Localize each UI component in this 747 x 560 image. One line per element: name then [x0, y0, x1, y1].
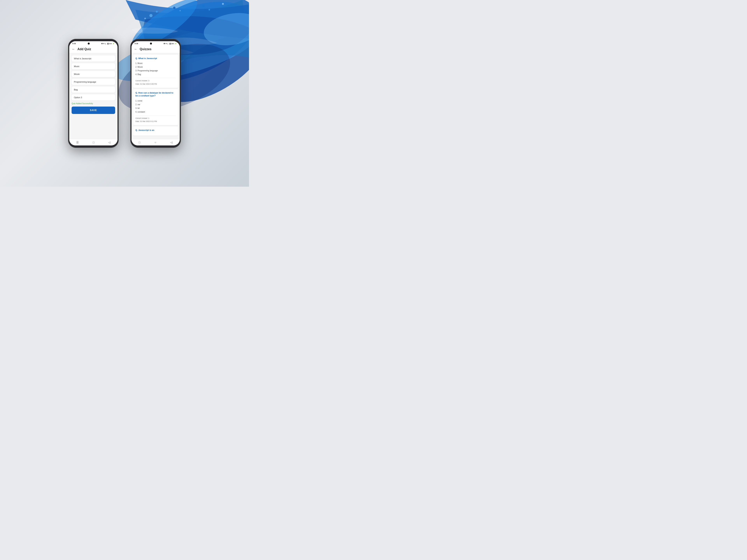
- quiz-date-2: Date: 31 Mar 2022 9:11 PM: [135, 120, 176, 123]
- menu-icon[interactable]: ☰: [76, 141, 79, 144]
- svg-point-8: [144, 18, 146, 19]
- quiz-divider-1: [135, 78, 176, 78]
- back-button-right[interactable]: ←: [134, 48, 137, 51]
- square-icon[interactable]: □: [139, 141, 140, 144]
- add-quiz-form: What is Javascript Music Movie Programmi…: [69, 53, 118, 139]
- quiz-option-2-2: 2. var: [135, 103, 176, 106]
- back-button-left[interactable]: ←: [72, 48, 75, 51]
- back-icon[interactable]: ◁: [108, 141, 110, 144]
- success-message: Quiz Added Successfully: [72, 102, 115, 105]
- camera-cutout-left: [88, 43, 90, 45]
- quiz-meta-1: Correct Answer: 3 Date: 31 Mar 2022 9:35…: [135, 79, 176, 85]
- option3-input[interactable]: Programming language: [72, 79, 115, 85]
- phone-right-screen: 9:38 ▣ ◈ ▲ ▐▐ 80% 🔋 ← Quizzes: [131, 41, 180, 145]
- quiz-question-3: Q. Javascript is an: [135, 129, 176, 132]
- quiz-date-1: Date: 31 Mar 2022 9:35 PM: [135, 82, 176, 85]
- quiz-option-2-3: 3. let: [135, 106, 176, 110]
- status-bar-left: 9:35 ▣ ◈ ▲ ▐▐ 61% 🔋: [69, 41, 118, 46]
- quiz-options-1: 1. Music 2. Movie 3. Programming languag…: [135, 61, 176, 76]
- quiz-options-2: 1. const 2. var 3. let 4. constant: [135, 99, 176, 114]
- option5-input[interactable]: Option 3: [72, 94, 115, 101]
- quiz-card-2: Q. How can a datatype be declared to be …: [133, 89, 178, 125]
- quiz-question-1: Q. What is Javascript: [135, 57, 176, 60]
- status-icons-right: ▣ ◈ ▲ ▐▐ 80% 🔋: [163, 43, 177, 44]
- phones-container: 9:35 ▣ ◈ ▲ ▐▐ 61% 🔋 ← Add Quiz What is J…: [68, 39, 181, 148]
- nav-bar-left: ☰ □ ◁: [69, 139, 118, 145]
- quiz-list: Q. What is Javascript 1. Music 2. Movie …: [131, 53, 180, 139]
- save-button[interactable]: SAVE: [72, 107, 115, 114]
- nav-bar-right: □ ○ ◁: [131, 139, 180, 145]
- time-right: 9:38: [135, 43, 138, 45]
- quiz-card-1: Q. What is Javascript 1. Music 2. Movie …: [133, 55, 178, 88]
- app-header-right: ← Quizzes: [131, 46, 180, 53]
- correct-answer-1: Correct Answer: 3: [135, 79, 176, 82]
- page-title-left: Add Quiz: [77, 48, 91, 51]
- svg-point-10: [180, 10, 181, 11]
- quiz-option-1-1: 1. Music: [135, 61, 176, 65]
- option4-input[interactable]: Bag: [72, 86, 115, 93]
- quiz-meta-2: Correct Answer: 1 Date: 31 Mar 2022 9:11…: [135, 117, 176, 123]
- correct-answer-2: Correct Answer: 1: [135, 117, 176, 120]
- quiz-option-1-2: 2. Movie: [135, 65, 176, 69]
- quiz-option-2-4: 4. constant: [135, 110, 176, 114]
- quiz-option-1-4: 4. Bag: [135, 73, 176, 76]
- svg-point-12: [209, 9, 210, 10]
- phone-right: 9:38 ▣ ◈ ▲ ▐▐ 80% 🔋 ← Quizzes: [130, 39, 181, 148]
- camera-cutout-right: [150, 43, 152, 45]
- quiz-question-2: Q. How can a datatype be declared to be …: [135, 91, 176, 98]
- svg-point-6: [149, 14, 153, 17]
- option1-input[interactable]: Music: [72, 63, 115, 70]
- quiz-option-2-1: 1. const: [135, 99, 176, 103]
- svg-point-13: [222, 3, 224, 5]
- phone-left: 9:35 ▣ ◈ ▲ ▐▐ 61% 🔋 ← Add Quiz What is J…: [68, 39, 119, 148]
- home-icon[interactable]: □: [93, 141, 94, 144]
- phone-left-screen: 9:35 ▣ ◈ ▲ ▐▐ 61% 🔋 ← Add Quiz What is J…: [69, 41, 118, 145]
- svg-point-9: [173, 7, 176, 9]
- quiz-card-3-partial: Q. Javascript is an: [133, 126, 178, 136]
- quiz-option-1-3: 3. Programming language: [135, 69, 176, 73]
- question-input[interactable]: What is Javascript: [72, 55, 115, 62]
- back-nav-icon[interactable]: ◁: [171, 141, 173, 144]
- page-title-right: Quizzes: [140, 48, 151, 51]
- circle-icon[interactable]: ○: [154, 141, 156, 144]
- option2-input[interactable]: Movie: [72, 71, 115, 77]
- time-left: 9:35: [72, 43, 76, 45]
- svg-point-7: [156, 11, 158, 12]
- svg-point-11: [202, 4, 205, 7]
- app-header-left: ← Add Quiz: [69, 46, 118, 53]
- status-icons-left: ▣ ◈ ▲ ▐▐ 61% 🔋: [101, 43, 114, 44]
- status-bar-right: 9:38 ▣ ◈ ▲ ▐▐ 80% 🔋: [131, 41, 180, 46]
